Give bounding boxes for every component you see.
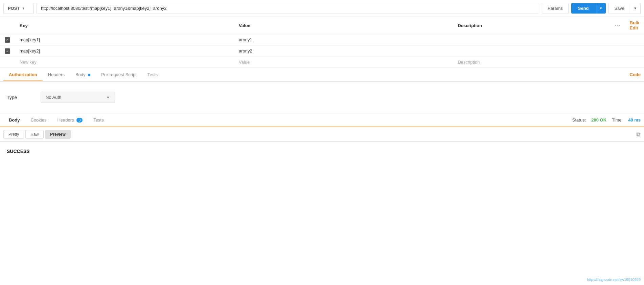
code-link[interactable]: Code [630,72,641,77]
params-table: Key Value Description ··· Bulk Edit ✓ ma… [0,17,644,68]
row2-checkbox[interactable]: ✓ [5,48,10,54]
auth-section: Type No Auth ▼ [0,82,644,113]
auth-type-select[interactable]: No Auth ▼ [41,92,115,103]
resp-tab-body[interactable]: Body [3,113,25,127]
time-label: Time: [612,117,623,123]
method-label: POST [8,6,20,11]
row2-value[interactable]: arony2 [234,45,453,57]
status-value: 200 OK [591,117,606,123]
format-preview-button[interactable]: Preview [45,130,70,139]
tab-tests[interactable]: Tests [142,68,163,81]
auth-select-chevron-icon: ▼ [106,95,110,100]
format-tabs: Pretty Raw Preview ⧉ [0,127,644,142]
bulk-edit-button[interactable]: Bulk Edit [630,20,639,30]
response-status-area: Status: 200 OK Time: 48 ms [572,117,641,123]
resp-tab-tests[interactable]: Tests [88,113,109,127]
copy-icon[interactable]: ⧉ [636,131,641,138]
row1-value[interactable]: arony1 [234,34,453,46]
response-content: SUCCESS [7,149,30,154]
time-value: 48 ms [628,117,641,123]
params-button[interactable]: Params [542,3,569,14]
send-button-group: Send ▼ [571,3,606,14]
row2-key[interactable]: map[key2] [15,45,234,57]
save-button-group: Save ▼ [608,3,641,14]
body-dot-icon [88,74,90,76]
resp-tab-cookies[interactable]: Cookies [25,113,52,127]
resp-tab-headers[interactable]: Headers 3 [52,113,88,127]
new-param-row: New key Value Description [0,57,644,68]
tab-body[interactable]: Body [70,68,96,81]
row2-desc[interactable] [453,45,610,57]
row1-checkbox[interactable]: ✓ [5,37,10,43]
headers-count-badge: 3 [76,118,83,123]
params-section: Key Value Description ··· Bulk Edit ✓ ma… [0,17,644,68]
tab-headers[interactable]: Headers [43,68,70,81]
params-header-checkbox [0,17,15,34]
auth-type-label: Type [7,95,34,100]
auth-row: Type No Auth ▼ [7,92,637,103]
table-row: ✓ map[key2] arony2 [0,45,644,57]
save-button[interactable]: Save [608,3,630,14]
params-header-key: Key [15,17,234,34]
format-pretty-button[interactable]: Pretty [3,130,24,139]
url-input[interactable] [37,3,539,14]
new-value-placeholder[interactable]: Value [234,57,453,68]
request-tabs: Authorization Headers Body Pre-request S… [0,68,644,82]
send-dropdown-button[interactable]: ▼ [596,3,606,14]
response-tabs: Body Cookies Headers 3 Tests Status: 200… [0,113,644,127]
send-button[interactable]: Send [571,3,596,14]
status-label: Status: [572,117,586,123]
table-row: ✓ map[key1] arony1 [0,34,644,46]
tab-pre-request-script[interactable]: Pre-request Script [96,68,142,81]
params-header-value: Value [234,17,453,34]
new-key-placeholder[interactable]: New key [15,57,234,68]
response-body: SUCCESS [0,142,644,161]
row1-desc[interactable] [453,34,610,46]
more-icon[interactable]: ··· [615,22,620,28]
params-header-desc: Description [453,17,610,34]
method-chevron-icon: ▼ [22,6,25,10]
method-selector[interactable]: POST ▼ [3,3,34,14]
auth-selected-value: No Auth [46,95,61,100]
save-dropdown-button[interactable]: ▼ [630,3,641,14]
new-desc-placeholder[interactable]: Description [453,57,610,68]
row1-key[interactable]: map[key1] [15,34,234,46]
top-bar: POST ▼ Params Send ▼ Save ▼ [0,0,644,17]
tab-authorization[interactable]: Authorization [3,68,43,81]
format-raw-button[interactable]: Raw [25,130,44,139]
